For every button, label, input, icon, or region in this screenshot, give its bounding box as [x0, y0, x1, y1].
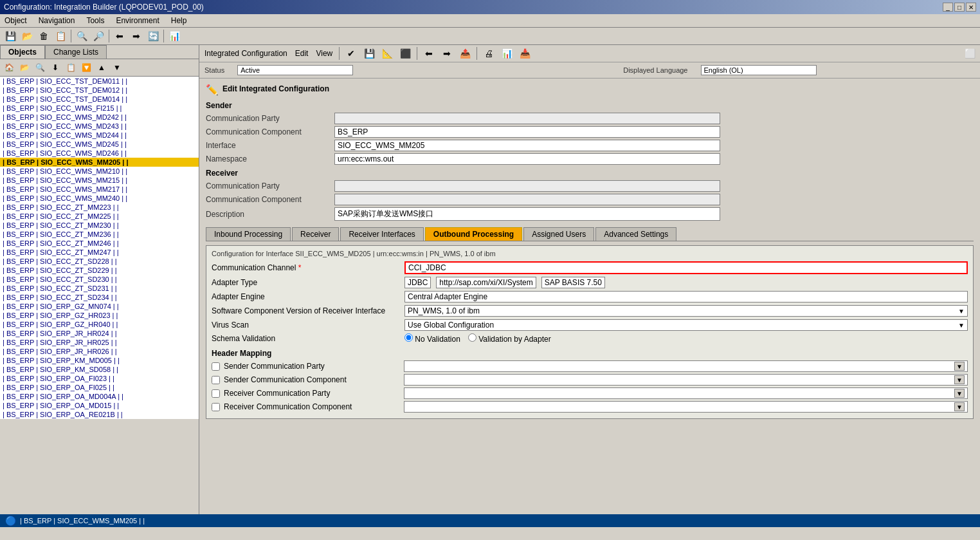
toolbar-btn-1[interactable]: 💾	[3, 29, 18, 43]
list-item[interactable]: | BS_ERP | SIO_ECC_ZT_MM247 | |	[0, 248, 199, 257]
software-comp-dropdown[interactable]: PN_WMS, 1.0 of ibm ▼	[404, 305, 968, 317]
panel-toolbar-btn5[interactable]: 📋	[63, 61, 78, 75]
mapping-check-0[interactable]	[212, 362, 220, 371]
sender-comm-party-value[interactable]	[334, 113, 720, 124]
mapping-input-2[interactable]: ▼	[404, 387, 968, 399]
receiver-comm-component-value[interactable]	[334, 194, 720, 205]
tab-receiver-interfaces[interactable]: Receiver Interfaces	[340, 227, 423, 241]
tab-assigned-users[interactable]: Assigned Users	[523, 227, 594, 241]
mapping-check-2[interactable]	[212, 389, 220, 398]
list-item[interactable]: | BS_ERP | SIO_ECC_ZT_MM236 | |	[0, 230, 199, 239]
sender-namespace-value[interactable]: urn:ecc:wms.out	[334, 153, 720, 165]
panel-toolbar-btn4[interactable]: ⬇	[48, 61, 63, 75]
content-btn-activate[interactable]: ⬛	[397, 46, 413, 61]
mapping-btn-1[interactable]: ▼	[954, 375, 965, 384]
sender-comm-component-value[interactable]: BS_ERP	[334, 126, 720, 138]
list-item[interactable]: | BS_ERP | SIO_ECC_ZT_SD228 | |	[0, 257, 199, 266]
mapping-input-1[interactable]: ▼	[404, 374, 968, 386]
menu-environment[interactable]: Environment	[114, 15, 161, 26]
list-item[interactable]: | BS_ERP | SIO_ECC_ZT_SD234 | |	[0, 293, 199, 302]
comm-channel-value[interactable]: CCI_JDBC	[404, 261, 968, 274]
tab-receiver[interactable]: Receiver	[292, 227, 339, 241]
list-item[interactable]: | BS_ERP | SIO_ECC_WMS_MM210 | |	[0, 167, 199, 176]
tab-advanced-settings[interactable]: Advanced Settings	[595, 227, 676, 241]
integrated-configuration-menu[interactable]: Integrated Configuration	[202, 48, 290, 59]
radio-no-validation[interactable]: No Validation	[404, 333, 460, 344]
panel-toolbar-btn1[interactable]: 🏠	[1, 61, 17, 75]
close-button[interactable]: ✕	[966, 3, 976, 12]
list-item[interactable]: | BS_ERP | SIO_ERP_OA_MD004A | |	[0, 392, 199, 401]
panel-scroll-up[interactable]: ▲	[94, 61, 109, 75]
mapping-check-1[interactable]	[212, 376, 220, 384]
list-item[interactable]: | BS_ERP | SIO_ECC_WMS_MM217 | |	[0, 185, 199, 194]
list-item[interactable]: | BS_ERP | SIO_ECC_WMS_MM240 | |	[0, 194, 199, 203]
list-item[interactable]: | BS_ERP | SIO_ERP_GZ_MN074 | |	[0, 302, 199, 311]
content-btn-save[interactable]: 💾	[361, 46, 377, 61]
list-item[interactable]: | BS_ERP | SIO_ERP_KM_SD058 | |	[0, 365, 199, 374]
mapping-btn-0[interactable]: ▼	[954, 362, 965, 371]
sender-interface-value[interactable]: SIO_ECC_WMS_MM205	[334, 140, 720, 151]
toolbar-btn-4[interactable]: 📋	[53, 29, 68, 43]
content-btn-nav3[interactable]: 📤	[457, 46, 473, 61]
list-item[interactable]: | BS_ERP | SIO_ERP_OA_MD015 | |	[0, 401, 199, 410]
menu-tools[interactable]: Tools	[84, 15, 106, 26]
list-item[interactable]: | BS_ERP | SIO_ECC_WMS_MM215 | |	[0, 176, 199, 185]
toolbar-btn-3[interactable]: 🗑	[36, 29, 51, 43]
list-item[interactable]: | BS_ERP | SIO_ECC_ZT_SD229 | |	[0, 266, 199, 275]
panel-filter-btn[interactable]: 🔽	[78, 61, 94, 75]
list-item[interactable]: | BS_ERP | SIO_ECC_WMS_MD242 | |	[0, 113, 199, 122]
list-item[interactable]: | BS_ERP | SIO_ECC_WMS_MD244 | |	[0, 131, 199, 140]
list-item[interactable]: | BS_ERP | SIO_ERP_JR_HR026 | |	[0, 347, 199, 356]
radio-validation-by-adapter[interactable]: Validation by Adapter	[468, 333, 551, 344]
list-item[interactable]: | BS_ERP | SIO_ECC_WMS_FI215 | |	[0, 104, 199, 113]
content-btn-print[interactable]: 🖨	[481, 46, 496, 61]
receiver-comm-party-value[interactable]	[334, 180, 720, 192]
menu-help[interactable]: Help	[169, 15, 189, 26]
list-item[interactable]: | BS_ERP | SIO_ECC_TST_DEM011 | |	[0, 77, 199, 86]
content-btn-layout[interactable]: 📐	[379, 46, 395, 61]
view-menu[interactable]: View	[313, 48, 335, 59]
panel-toolbar-btn2[interactable]: 📂	[17, 61, 32, 75]
list-item[interactable]: | BS_ERP | SIO_ECC_TST_DEM014 | |	[0, 95, 199, 104]
mapping-input-3[interactable]: ▼	[404, 401, 968, 413]
content-btn-export[interactable]: 📊	[499, 46, 514, 61]
maximize-button[interactable]: □	[954, 3, 965, 12]
minimize-button[interactable]: _	[943, 3, 953, 12]
edit-menu[interactable]: Edit	[293, 48, 311, 59]
panel-tab-objects[interactable]: Objects	[0, 45, 45, 59]
mapping-btn-2[interactable]: ▼	[954, 389, 965, 398]
virus-scan-dropdown[interactable]: Use Global Configuration ▼	[404, 319, 968, 331]
list-item[interactable]: | BS_ERP | SIO_ECC_ZT_MM230 | |	[0, 221, 199, 230]
list-item[interactable]: | BS_ERP | SIO_ECC_ZT_MM246 | |	[0, 239, 199, 248]
content-btn-maximize[interactable]: ⬜	[962, 46, 977, 61]
list-item[interactable]: | BS_ERP | SIO_ERP_GZ_HR040 | |	[0, 320, 199, 329]
receiver-description-value[interactable]: SAP采购订单发送WMS接口	[334, 207, 720, 221]
tab-outbound-processing[interactable]: Outbound Processing	[425, 227, 522, 241]
mapping-btn-3[interactable]: ▼	[954, 402, 965, 411]
mapping-input-0[interactable]: ▼	[404, 360, 968, 372]
panel-toolbar-btn3[interactable]: 🔍	[32, 61, 48, 75]
list-item[interactable]: | BS_ERP | SIO_ECC_ZT_SD230 | |	[0, 275, 199, 284]
adapter-engine-value[interactable]: Central Adapter Engine	[404, 291, 968, 303]
toolbar-btn-5[interactable]: 🔍	[74, 29, 89, 43]
panel-tab-changelists[interactable]: Change Lists	[45, 45, 107, 59]
radio-no-validation-input[interactable]	[404, 333, 413, 342]
list-item[interactable]: | BS_ERP | SIO_ECC_TST_DEM012 | |	[0, 86, 199, 95]
tab-inbound-processing[interactable]: Inbound Processing	[206, 227, 291, 241]
toolbar-btn-7[interactable]: ⬅	[112, 29, 127, 43]
toolbar-btn-8[interactable]: ➡	[129, 29, 144, 43]
list-item[interactable]: | BS_ERP | SIO_ECC_WMS_MD245 | |	[0, 140, 199, 149]
content-btn-check[interactable]: ✔	[343, 46, 359, 61]
panel-scroll-dn[interactable]: ▼	[109, 61, 125, 75]
menu-navigation[interactable]: Navigation	[37, 15, 77, 26]
content-btn-nav1[interactable]: ⬅	[421, 46, 437, 61]
menu-object[interactable]: Object	[3, 15, 29, 26]
list-item[interactable]: | BS_ERP | SIO_ECC_WMS_MM205 | |	[0, 158, 199, 167]
list-item[interactable]: | BS_ERP | SIO_ECC_ZT_MM223 | |	[0, 203, 199, 212]
content-btn-nav2[interactable]: ➡	[439, 46, 455, 61]
list-item[interactable]: | BS_ERP | SIO_ECC_WMS_MD246 | |	[0, 149, 199, 158]
content-btn-import[interactable]: 📥	[517, 46, 532, 61]
list-item[interactable]: | BS_ERP | SIO_ERP_JR_HR024 | |	[0, 329, 199, 338]
toolbar-btn-9[interactable]: 🔄	[145, 29, 161, 43]
list-item[interactable]: | BS_ERP | SIO_ERP_KM_MD005 | |	[0, 356, 199, 365]
